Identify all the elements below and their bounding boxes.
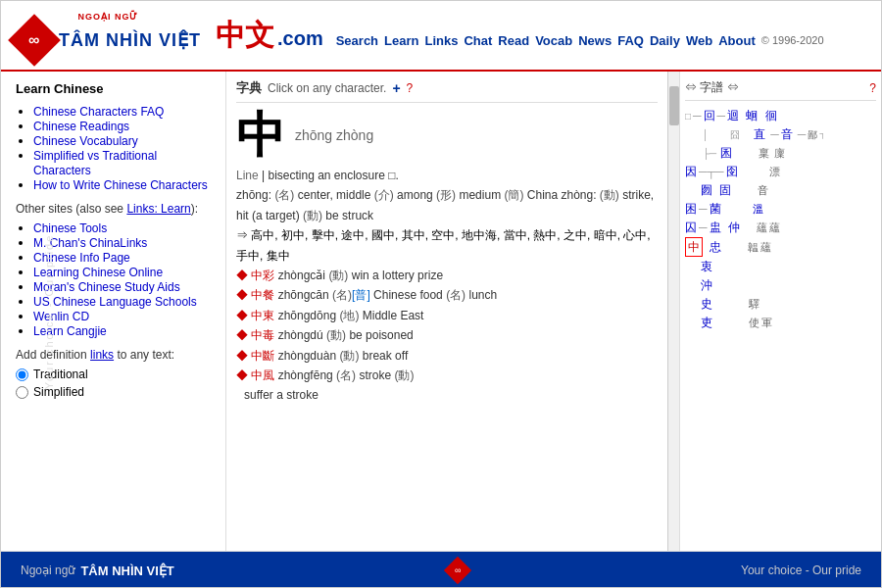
- entry4: ◆ 中毒 zhòngdú (動) be poisoned: [236, 325, 658, 345]
- tree-row4: 因 ─┬─ 囹 漂: [685, 163, 876, 180]
- nav-news[interactable]: News: [578, 33, 612, 48]
- site-nav: 中文 .com Search Learn Links Chat Read Voc…: [216, 16, 824, 56]
- tree-row: □ ─ 回 ─ 迴 蛔 徊: [685, 107, 876, 124]
- list-item: Learn Cangjie: [33, 323, 214, 338]
- tree-question[interactable]: ?: [869, 81, 876, 95]
- sidebar-watermark: Your choice - Our pride: [43, 233, 55, 389]
- tree-char-zhi[interactable]: 直: [754, 125, 765, 143]
- tree-line-h: ─: [717, 107, 726, 124]
- footer-right-text: Your choice - Our pride: [741, 564, 861, 577]
- radio-traditional[interactable]: [16, 368, 28, 381]
- tree-char-qun[interactable]: 囷: [720, 144, 732, 162]
- nav-about[interactable]: About: [718, 33, 756, 48]
- tree-char-hu[interactable]: 囫: [701, 181, 712, 199]
- examples: ⇒ 高中, 初中, 擊中, 途中, 國中, 其中, 空中, 地中海, 當中, 熱…: [236, 225, 658, 266]
- click-on-text: Click on any character.: [268, 81, 386, 95]
- links-learn-link[interactable]: Links: Learn: [126, 202, 190, 216]
- tree-char-zhong4[interactable]: 忠: [710, 238, 721, 256]
- list-item: US Chinese Language Schools: [33, 294, 214, 309]
- sidebar-heading: Learn Chinese: [16, 81, 214, 96]
- tree-char-huai[interactable]: 徊: [765, 107, 777, 124]
- tree-char-qiu[interactable]: 囚: [685, 219, 697, 236]
- nav-chat[interactable]: Chat: [464, 33, 492, 48]
- tree-line-v: □: [685, 109, 691, 123]
- tree-char-hui[interactable]: 回: [704, 107, 715, 124]
- footer-diamond: ∞: [444, 557, 471, 584]
- tree-char-shi[interactable]: 史: [701, 295, 712, 313]
- tree-row10: 沖: [701, 276, 876, 294]
- scroll-thumb[interactable]: [669, 86, 679, 125]
- entry5-char[interactable]: 中斷: [251, 349, 274, 363]
- nav-links[interactable]: Links: [424, 33, 458, 48]
- footer: Ngoại ngữ TÂM NHÌN VIỆT ∞ Your choice - …: [1, 552, 881, 588]
- list-item: Chinese Info Page: [33, 250, 214, 265]
- link-write[interactable]: How to Write Chinese Characters: [33, 178, 208, 192]
- list-item: Learning Chinese Online: [33, 265, 214, 279]
- list-item: Chinese Vocabulary: [33, 133, 214, 148]
- tree-row7: 囚 ─ 盅 仲 蘊 蘊: [685, 219, 876, 236]
- tree-char-zhong-selected[interactable]: 中: [685, 237, 703, 257]
- list-item: Moran's Chinese Study Aids: [33, 279, 214, 294]
- entry3-bullet: ◆: [236, 309, 248, 322]
- link-vocabulary[interactable]: Chinese Vocabulary: [33, 134, 138, 148]
- pinyin: zhōng zhòng: [295, 127, 373, 143]
- dot-com: .com: [277, 27, 323, 50]
- tree-row2: │ 囧 直 ─ 音 ─ 鄙 ┐: [703, 125, 876, 143]
- tree-char-zhong3[interactable]: 仲: [728, 219, 740, 236]
- entry1-char[interactable]: 中彩: [251, 269, 274, 282]
- tree-char-yin[interactable]: 音: [781, 125, 793, 143]
- header: NGOẠI NGỮ ∞ TÂM NHÌN VIỆT 中文 .com Search…: [1, 1, 881, 72]
- tree-row5: 囫 固 音: [701, 181, 876, 199]
- nav-search[interactable]: Search: [336, 33, 378, 48]
- list-item: How to Write Chinese Characters: [33, 177, 214, 192]
- tree-char-hui3[interactable]: 蛔: [746, 107, 758, 124]
- nav-learn[interactable]: Learn: [384, 33, 418, 48]
- link-wenlin[interactable]: Wenlin CD: [33, 310, 89, 323]
- main-character[interactable]: 中: [236, 111, 285, 160]
- tree-row12: 吏 使 軍: [701, 314, 876, 331]
- dictionary-content: 字典 Click on any character. + ? 中 zhōng z…: [226, 72, 667, 551]
- tree-char-lun[interactable]: 囹: [726, 163, 738, 180]
- tree-area: ⇔ 字譜 ⇔ ? □ ─ 回 ─ 迴 蛔 徊 │ 囧 直: [680, 72, 881, 551]
- entry2-char[interactable]: 中餐: [251, 288, 274, 302]
- add-links-link[interactable]: links: [90, 348, 114, 362]
- nav-daily[interactable]: Daily: [650, 33, 680, 48]
- logo-diamond: ∞: [8, 14, 61, 67]
- link-readings[interactable]: Chinese Readings: [33, 120, 129, 133]
- entry4-bullet: ◆: [236, 328, 248, 342]
- nav-vocab[interactable]: Vocab: [535, 33, 572, 48]
- tree-content: □ ─ 回 ─ 迴 蛔 徊 │ 囧 直 ─ 音 ─ 鄙 ┐: [685, 107, 876, 332]
- site-title-row: 中文 .com Search Learn Links Chat Read Voc…: [216, 16, 824, 56]
- tree-char-hui2[interactable]: 迴: [727, 107, 739, 124]
- link-faq[interactable]: Chinese Characters FAQ: [33, 105, 164, 119]
- radio-simplified[interactable]: [16, 386, 28, 399]
- tree-char-li[interactable]: 吏: [701, 314, 712, 331]
- tree-char-gu[interactable]: 固: [719, 181, 731, 199]
- entry2: ◆ 中餐 zhōngcān (名)[普] Chinese food (名) lu…: [236, 285, 658, 305]
- link-us-schools[interactable]: US Chinese Language Schools: [33, 295, 197, 309]
- tree-char-zhong2[interactable]: 盅: [710, 219, 721, 236]
- tree-char-jun[interactable]: 菌: [710, 200, 721, 218]
- tree-row8: 中 忠 韞 蘊: [685, 237, 876, 257]
- link-moran[interactable]: Moran's Chinese Study Aids: [33, 280, 180, 294]
- entry4-char[interactable]: 中毒: [251, 328, 274, 342]
- tree-char-yin2[interactable]: 因: [685, 163, 697, 180]
- dict-scrollbar[interactable]: [667, 72, 679, 551]
- main-content: Your choice - Our pride Learn Chinese Ch…: [1, 72, 881, 552]
- tree-char-kun[interactable]: 困: [685, 200, 697, 218]
- nav-faq[interactable]: FAQ: [617, 33, 644, 48]
- link-simplified[interactable]: Simplified vs Traditional Characters: [33, 149, 157, 177]
- tree-char-zhong5[interactable]: 衷: [701, 258, 712, 275]
- tree-space: [741, 107, 744, 124]
- entry6-char[interactable]: 中風: [251, 368, 274, 382]
- dict-body: Line | bisecting an enclosure □. zhōng: …: [236, 166, 658, 406]
- list-item: Chinese Readings: [33, 119, 214, 133]
- tree-char-chong[interactable]: 沖: [701, 276, 712, 294]
- list-item: Chinese Characters FAQ: [33, 104, 214, 119]
- entry3-char[interactable]: 中東: [251, 309, 274, 322]
- radio-traditional-text: Traditional: [33, 368, 88, 381]
- dict-question-mark[interactable]: ?: [407, 81, 414, 95]
- nav-web[interactable]: Web: [686, 33, 712, 48]
- dict-plus-button[interactable]: +: [392, 80, 400, 96]
- nav-read[interactable]: Read: [498, 33, 529, 48]
